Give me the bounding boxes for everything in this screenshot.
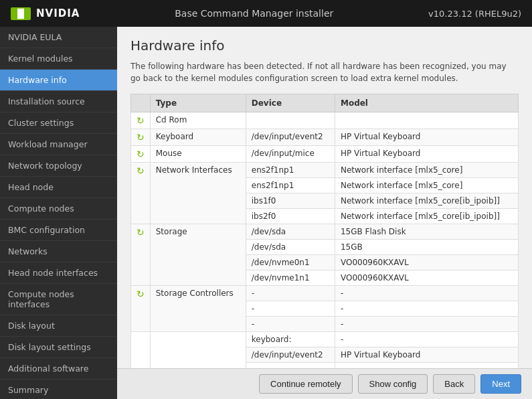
table-row: ↻Mouse/dev/input/miceHP Virtual Keyboard <box>131 146 519 163</box>
table-row: ↻Keyboard/dev/input/event2HP Virtual Key… <box>131 129 519 146</box>
device-cell <box>246 112 335 129</box>
device-cell: keyboard: <box>246 332 335 347</box>
model-cell: - <box>335 286 518 301</box>
type-cell: Mouse <box>150 146 246 163</box>
model-cell: HP Virtual Keyboard <box>335 146 518 163</box>
sidebar: NVIDIA EULAKernel modulesHardware infoIn… <box>0 27 117 399</box>
sidebar-item-compute-nodes-interfaces[interactable]: Compute nodes interfaces <box>0 284 117 315</box>
type-cell: Storage Controllers <box>150 286 246 332</box>
page-description: The following hardware has been detected… <box>130 60 519 84</box>
device-cell: - <box>246 317 335 332</box>
refresh-icon <box>131 332 151 369</box>
sidebar-item-compute-nodes[interactable]: Compute nodes <box>0 198 117 220</box>
model-cell: - <box>335 363 518 369</box>
refresh-icon: ↻ <box>131 129 151 146</box>
model-cell: Network interface [mlx5_core[ib_ipoib]] <box>335 209 518 224</box>
sidebar-item-networks[interactable]: Networks <box>0 241 117 262</box>
header: ▐▌ NVIDIA Base Command Manager installer… <box>0 0 532 27</box>
model-cell: HP Virtual Keyboard <box>335 347 518 363</box>
col-icon <box>131 94 151 112</box>
model-cell: Network interface [mlx5_core[ib_ipoib]] <box>335 193 518 209</box>
device-cell: - <box>246 301 335 317</box>
device-cell: /dev/input/event2 <box>246 347 335 363</box>
device-cell: ibs2f0 <box>246 209 335 224</box>
table-row: ↻Storage/dev/sda15GB Flash Disk <box>131 224 519 240</box>
table-row: ↻Cd Rom <box>131 112 519 129</box>
model-cell: 15GB Flash Disk <box>335 224 518 240</box>
footer: Continue remotely Show config Back Next <box>117 368 532 399</box>
sidebar-item-network-topology[interactable]: Network topology <box>0 155 117 177</box>
col-model: Model <box>335 94 518 112</box>
device-cell: ens2f1np1 <box>246 163 335 178</box>
content-inner: Hardware info The following hardware has… <box>117 27 532 368</box>
hardware-table: Type Device Model ↻Cd Rom↻Keyboard/dev/i… <box>130 94 519 368</box>
refresh-icon: ↻ <box>131 163 151 224</box>
sidebar-item-disk-layout[interactable]: Disk layout <box>0 315 117 337</box>
table-row: ↻Network Interfacesens2f1np1Network inte… <box>131 163 519 178</box>
device-cell: /dev/sda <box>246 240 335 255</box>
refresh-icon: ↻ <box>131 146 151 163</box>
model-cell: Network interface [mlx5_core] <box>335 163 518 178</box>
version-text: v10.23.12 (RHEL9u2) <box>428 9 521 19</box>
sidebar-item-hardware-info[interactable]: Hardware info <box>0 70 117 91</box>
show-config-button[interactable]: Show config <box>358 374 428 394</box>
type-cell <box>150 332 246 369</box>
device-cell: - <box>246 286 335 301</box>
type-cell: Keyboard <box>150 129 246 146</box>
sidebar-item-kernel-modules[interactable]: Kernel modules <box>0 48 117 70</box>
sidebar-item-additional-software[interactable]: Additional software <box>0 358 117 380</box>
sidebar-item-disk-layout-settings[interactable]: Disk layout settings <box>0 337 117 358</box>
sidebar-item-workload-manager[interactable]: Workload manager <box>0 134 117 155</box>
model-cell: - <box>335 332 518 347</box>
device-cell: ibs1f0 <box>246 193 335 209</box>
sidebar-item-summary[interactable]: Summary <box>0 380 117 399</box>
model-cell: - <box>335 317 518 332</box>
refresh-icon: ↻ <box>131 112 151 129</box>
next-button[interactable]: Next <box>480 374 521 394</box>
logo: ▐▌ NVIDIA <box>11 7 80 20</box>
sidebar-item-head-node[interactable]: Head node <box>0 177 117 198</box>
logo-text: NVIDIA <box>36 7 80 19</box>
sidebar-item-nvidia-eula[interactable]: NVIDIA EULA <box>0 27 117 48</box>
sidebar-item-cluster-settings[interactable]: Cluster settings <box>0 112 117 134</box>
model-cell: - <box>335 301 518 317</box>
device-cell: mouse: <box>246 363 335 369</box>
model-cell: VO000960KXAVL <box>335 255 518 270</box>
model-cell: HP Virtual Keyboard <box>335 129 518 146</box>
app-title: Base Command Manager installer <box>175 8 333 19</box>
device-cell: /dev/sda <box>246 224 335 240</box>
table-body: ↻Cd Rom↻Keyboard/dev/input/event2HP Virt… <box>131 112 519 369</box>
device-cell: ens2f1np1 <box>246 178 335 193</box>
back-button[interactable]: Back <box>433 374 475 394</box>
content-area: Hardware info The following hardware has… <box>117 27 532 399</box>
col-type: Type <box>150 94 246 112</box>
model-cell: 15GB <box>335 240 518 255</box>
table-row: ↻Storage Controllers-- <box>131 286 519 301</box>
logo-icon: ▐▌ <box>11 7 31 20</box>
device-cell: /dev/input/mice <box>246 146 335 163</box>
sidebar-item-installation-source[interactable]: Installation source <box>0 91 117 112</box>
device-cell: /dev/nvme1n1 <box>246 270 335 286</box>
model-cell <box>335 112 518 129</box>
continue-remotely-button[interactable]: Continue remotely <box>259 374 353 394</box>
refresh-icon: ↻ <box>131 224 151 286</box>
type-cell: Cd Rom <box>150 112 246 129</box>
type-cell: Network Interfaces <box>150 163 246 224</box>
main-layout: NVIDIA EULAKernel modulesHardware infoIn… <box>0 27 532 399</box>
refresh-icon: ↻ <box>131 286 151 332</box>
model-cell: Network interface [mlx5_core] <box>335 178 518 193</box>
sidebar-item-head-node-interfaces[interactable]: Head node interfaces <box>0 262 117 284</box>
model-cell: VO000960KXAVL <box>335 270 518 286</box>
col-device: Device <box>246 94 335 112</box>
table-row: keyboard:- <box>131 332 519 347</box>
sidebar-item-bmc-configuration[interactable]: BMC configuration <box>0 220 117 241</box>
device-cell: /dev/input/event2 <box>246 129 335 146</box>
page-title: Hardware info <box>130 37 519 54</box>
device-cell: /dev/nvme0n1 <box>246 255 335 270</box>
type-cell: Storage <box>150 224 246 286</box>
